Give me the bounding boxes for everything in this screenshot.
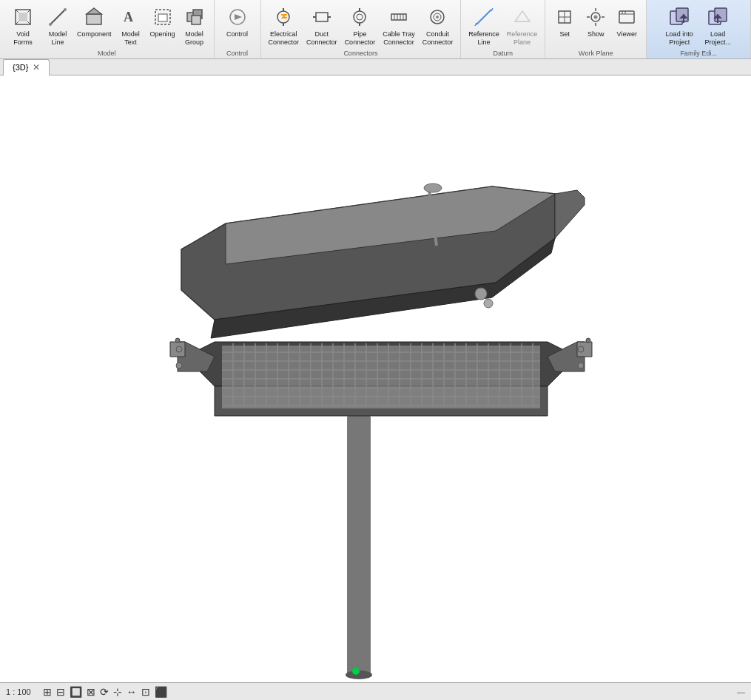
svg-marker-40 [515,11,530,21]
svg-point-66 [352,667,360,675]
status-icon-6: ⊹ [113,686,122,698]
component-button[interactable]: Component [74,3,115,41]
model-text-label: ModelText [121,30,140,47]
status-icon-4: ⊠ [87,686,95,698]
control-button[interactable]: Control [219,3,256,41]
cable-tray-connector-icon [387,5,411,29]
show-icon [584,5,607,29]
model-text-icon: A [119,5,143,29]
svg-point-120 [578,363,584,368]
duct-connector-button[interactable]: DuctConnector [303,3,340,49]
svg-line-37 [476,10,491,24]
show-label: Show [587,30,604,38]
electrical-connector-button[interactable]: ElectricalConnector [266,3,303,49]
load-project-icon [706,5,730,29]
model-line-label: ModelLine [49,30,67,47]
void-forms-button[interactable]: VoidForms [4,3,41,49]
pipe-connector-label: PipeConnector [345,30,376,47]
ribbon-group-connectors: ElectricalConnector DuctConnector PipeCo… [261,0,462,58]
load-project-label: LoadProject... [704,30,731,47]
status-icon-7: ↔ [127,686,137,698]
ribbon-group-datum-label: Datum [461,50,545,57]
ribbon-group-control-label: Control [215,50,260,57]
ribbon-group-work-plane-label: Work Plane [545,50,646,57]
reference-line-button[interactable]: ReferenceLine [465,3,502,49]
control-icon [226,5,249,29]
conduit-connector-button[interactable]: ConduitConnector [420,3,457,49]
cable-tray-connector-label: Cable TrayConnector [383,30,415,47]
svg-line-6 [50,10,65,24]
status-right: — [737,687,745,696]
viewer-icon [615,5,639,29]
status-icon-5: ⟳ [100,686,109,698]
status-icon-8: ⊡ [141,686,150,698]
component-icon [82,5,106,29]
control-label: Control [226,30,248,38]
status-icon-1: ⊞ [43,686,52,698]
set-button[interactable]: Set [550,3,579,41]
svg-point-36 [436,16,439,18]
model-line-icon [46,5,70,29]
ribbon-group-family-editor-label: Family Edi... [647,50,750,57]
svg-point-119 [578,346,584,352]
svg-point-118 [176,363,182,368]
reference-line-label: ReferenceLine [468,30,499,47]
model-group-label: ModelGroup [185,30,203,47]
status-icon-3: 🔲 [70,686,82,698]
svg-point-25 [354,11,366,23]
load-project-button[interactable]: LoadProject... [699,3,736,49]
show-button[interactable]: Show [581,3,610,41]
pipe-connector-button[interactable]: PipeConnector [342,3,379,49]
svg-point-8 [64,8,67,11]
svg-point-122 [586,338,590,343]
load-into-project-icon [667,5,691,29]
tab-close-button[interactable]: ✕ [33,62,40,73]
svg-marker-18 [235,14,242,20]
svg-line-38 [475,23,476,26]
ribbon-group-connectors-label: Connectors [261,50,461,57]
svg-text:A: A [124,10,133,24]
model-text-button[interactable]: A ModelText [116,3,146,49]
component-label: Component [77,30,112,38]
tab-3d-view-label: {3D} [13,63,28,72]
ribbon-group-control: Control Control [215,0,261,58]
status-icons: ⊞ ⊟ 🔲 ⊠ ⟳ ⊹ ↔ ⊡ ⬛ [43,686,167,698]
electrical-connector-label: ElectricalConnector [269,30,300,47]
svg-point-114 [424,184,442,192]
ribbon-group-model: VoidForms ModelLine Component A ModelTex… [0,0,215,58]
svg-point-115 [475,288,487,300]
svg-rect-51 [619,11,634,23]
svg-rect-22 [316,13,328,21]
opening-button[interactable]: Opening [147,3,178,41]
ribbon: VoidForms ModelLine Component A ModelTex… [0,0,751,59]
opening-icon [151,5,175,29]
model-line-button[interactable]: ModelLine [43,3,73,49]
tab-bar: {3D} ✕ [0,59,751,75]
ribbon-group-work-plane: Set Show Viewer Work Plane [545,0,647,58]
load-into-project-label: Load intoProject [666,30,693,47]
reference-plane-button[interactable]: ReferencePlane [504,3,541,49]
cable-tray-connector-button[interactable]: Cable TrayConnector [380,3,418,49]
conduit-connector-label: ConduitConnector [422,30,454,47]
viewer-button[interactable]: Viewer [612,3,641,41]
status-icon-9: ⬛ [155,686,167,698]
svg-rect-1 [18,13,27,21]
svg-rect-64 [347,416,371,675]
svg-point-46 [594,16,598,19]
svg-point-121 [175,338,180,343]
svg-line-39 [491,8,493,11]
svg-point-116 [484,299,493,308]
load-into-project-button[interactable]: Load intoProject [661,3,698,49]
reference-plane-label: ReferencePlane [507,30,538,47]
void-forms-icon [11,5,35,29]
void-forms-label: VoidForms [13,30,33,47]
conduit-connector-icon [425,5,449,29]
model-group-button[interactable]: ModelGroup [180,3,209,49]
viewport[interactable] [0,75,751,682]
reference-line-icon [472,5,496,29]
tab-3d-view[interactable]: {3D} ✕ [3,59,50,75]
electrical-connector-icon [272,5,295,29]
pipe-connector-icon [348,5,371,29]
svg-rect-16 [192,16,201,24]
set-label: Set [560,30,570,38]
